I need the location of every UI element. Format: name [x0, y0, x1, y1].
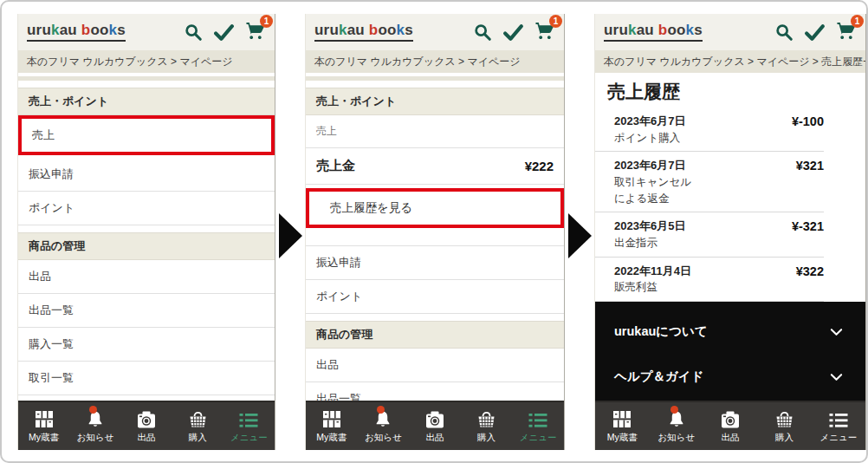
breadcrumb: 本のフリマ ウルカウブックス > マイページ > 売上履歴一覧 [595, 50, 865, 73]
accordion-about-urukau[interactable]: urukauについて [595, 310, 865, 354]
menu-item-transfer-request[interactable]: 振込申請 [18, 158, 275, 192]
menu-item-transaction-list[interactable]: 取引一覧 [18, 362, 275, 395]
tab-label: My蔵書 [316, 432, 347, 444]
transaction-date: 2023年6月7日 [614, 157, 696, 174]
tab-purchase[interactable]: 購入 [757, 402, 811, 450]
transaction-description: 取引キャンセルによる返金 [614, 174, 696, 207]
tab-notifications[interactable]: お知らせ [358, 402, 410, 450]
check-icon[interactable] [502, 23, 524, 42]
menu-item-points[interactable]: ポイント [306, 280, 564, 314]
tab-label: メニュー [520, 432, 557, 444]
tab-menu[interactable]: メニュー [812, 402, 865, 450]
tab-label: My蔵書 [29, 432, 59, 444]
screen-sales-detail: urukau books 1 本のフリマ ウルカウブックス > マイページ 売上… [305, 14, 565, 450]
search-icon[interactable] [774, 23, 794, 42]
check-icon[interactable] [804, 23, 826, 42]
chevron-down-icon [830, 373, 843, 381]
transaction-date: 2023年6月7日 [614, 113, 696, 130]
highlight-box: 売上履歴を見る [306, 188, 564, 228]
scrolled-content-edge [18, 76, 275, 81]
screen-sales-history: urukau books 1 本のフリマ ウルカウブックス > マイページ > … [594, 14, 866, 450]
tab-notifications[interactable]: お知らせ [69, 402, 120, 450]
transaction-amount: ¥321 [796, 157, 824, 173]
menu-item-transfer-request[interactable]: 振込申請 [306, 245, 564, 280]
menu-item-points[interactable]: ポイント [18, 192, 275, 225]
menu-icon [828, 408, 849, 429]
transaction-row: 2023年6月7日 取引キャンセルによる返金 ¥321 [595, 152, 824, 212]
menu-item-sales[interactable]: 売上 [22, 119, 271, 152]
camera-icon [720, 408, 741, 429]
camera-icon [424, 408, 445, 429]
highlight-box: 売上 [18, 115, 275, 155]
view-sales-history-link[interactable]: 売上履歴を見る [309, 192, 560, 225]
sales-amount-row: 売上金 ¥222 [306, 148, 564, 185]
tab-label: お知らせ [657, 432, 695, 444]
accordion-label: ヘルプ＆ガイド [614, 368, 704, 385]
tab-menu[interactable]: メニュー [512, 402, 564, 450]
transaction-row: 2023年6月7日 ポイント購入 ¥-100 [595, 108, 824, 152]
bookshelf-icon [612, 408, 632, 429]
tab-sell[interactable]: 出品 [409, 402, 461, 450]
accordion-help-guide[interactable]: ヘルプ＆ガイド [595, 355, 865, 399]
section-product-management: 商品の管理 [306, 321, 564, 349]
basket-icon [187, 408, 209, 429]
tab-label: メニュー [230, 432, 268, 444]
bell-icon [373, 408, 392, 429]
app-logo[interactable]: urukau books [604, 23, 703, 42]
tab-purchase[interactable]: 購入 [461, 402, 513, 450]
notification-dot [670, 406, 678, 414]
app-logo[interactable]: urukau books [27, 23, 126, 42]
app-bar: urukau books 1 [18, 14, 275, 50]
app-logo[interactable]: urukau books [314, 23, 413, 42]
check-icon[interactable] [213, 23, 235, 42]
bell-icon [86, 408, 105, 429]
app-bar: urukau books 1 [306, 14, 564, 50]
app-bar: urukau books 1 [595, 14, 865, 50]
tab-label: 出品 [722, 432, 740, 444]
bottom-tab-bar: My蔵書 お知らせ 出品 [306, 401, 564, 450]
menu-item-listing[interactable]: 出品 [306, 349, 564, 382]
menu-icon [528, 408, 548, 429]
menu-icon [238, 408, 259, 429]
transaction-row: 2022年11月4日 販売利益 ¥322 [595, 258, 824, 302]
bottom-tab-bar: My蔵書 お知らせ 出品 [595, 401, 865, 450]
sales-amount-value: ¥222 [525, 159, 554, 173]
menu-item-listing-list[interactable]: 出品一覧 [306, 382, 564, 401]
breadcrumb: 本のフリマ ウルカウブックス > マイページ [306, 50, 564, 73]
tab-notifications[interactable]: お知らせ [649, 402, 703, 450]
tab-menu[interactable]: メニュー [223, 402, 275, 450]
tab-label: My蔵書 [607, 432, 638, 444]
cart-badge: 1 [260, 15, 273, 28]
menu-item-sales[interactable]: 売上 [306, 115, 564, 148]
footer-accordion: urukauについて ヘルプ＆ガイド [595, 302, 865, 401]
bottom-tab-bar: My蔵書 お知らせ 出品 [18, 401, 275, 450]
tab-label: 購入 [775, 432, 794, 444]
tab-label: 出品 [425, 432, 444, 444]
basket-icon [476, 408, 497, 429]
transaction-date: 2022年11月4日 [614, 263, 696, 280]
screenshot-frame: urukau books 1 本のフリマ ウルカウブックス > マイページ 売上… [0, 0, 868, 463]
tab-my-books[interactable]: My蔵書 [18, 402, 69, 450]
search-icon[interactable] [473, 23, 492, 42]
tab-sell[interactable]: 出品 [120, 402, 172, 450]
section-sales-points: 売上・ポイント [18, 88, 275, 115]
transaction-description: 販売利益 [614, 279, 696, 296]
cart-badge: 1 [549, 15, 562, 28]
tab-my-books[interactable]: My蔵書 [595, 402, 649, 450]
cart-badge: 1 [851, 15, 864, 28]
search-icon[interactable] [184, 23, 203, 42]
step-arrow [279, 213, 302, 258]
bell-icon [667, 408, 686, 429]
tab-purchase[interactable]: 購入 [172, 402, 223, 450]
tab-label: 購入 [477, 432, 496, 444]
transaction-description: 出金指示 [614, 235, 696, 251]
screen-mypage-menu: urukau books 1 本のフリマ ウルカウブックス > マイページ 売上… [17, 14, 275, 450]
tab-my-books[interactable]: My蔵書 [306, 402, 358, 450]
menu-item-listing-list[interactable]: 出品一覧 [18, 294, 275, 328]
tab-label: 出品 [138, 432, 156, 444]
menu-item-purchase-list[interactable]: 購入一覧 [18, 328, 275, 362]
tab-sell[interactable]: 出品 [703, 402, 757, 450]
bookshelf-icon [34, 408, 55, 429]
menu-item-listing[interactable]: 出品 [18, 260, 275, 294]
section-product-management: 商品の管理 [18, 232, 275, 260]
